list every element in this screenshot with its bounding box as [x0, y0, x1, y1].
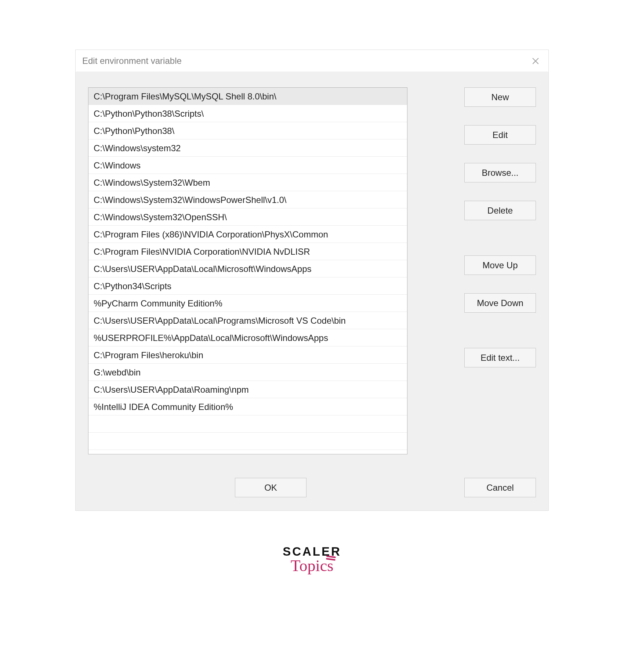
side-button-column: New Edit Browse... Delete Move Up Move D…	[420, 87, 536, 454]
dialog-client-area: C:\Program Files\MySQL\MySQL Shell 8.0\b…	[76, 72, 548, 511]
branding: SCALER Topics	[75, 545, 549, 575]
cancel-button[interactable]: Cancel	[464, 478, 536, 497]
brand-line2: Topics	[291, 556, 334, 575]
path-entry[interactable]: C:\Windows\system32	[88, 139, 407, 157]
path-entry[interactable]: C:\Python\Python38\Scripts\	[88, 105, 407, 122]
path-entry[interactable]: C:\Windows\System32\WindowsPowerShell\v1…	[88, 191, 407, 208]
new-button[interactable]: New	[464, 87, 536, 107]
ok-button[interactable]: OK	[235, 478, 306, 497]
browse-button[interactable]: Browse...	[464, 163, 536, 182]
path-entry[interactable]: C:\Program Files\MySQL\MySQL Shell 8.0\b…	[88, 88, 407, 105]
path-entry[interactable]: %PyCharm Community Edition%	[88, 295, 407, 312]
edit-text-button[interactable]: Edit text...	[464, 348, 536, 367]
close-icon[interactable]	[532, 57, 540, 65]
dialog-footer: OK Cancel	[88, 478, 536, 497]
titlebar: Edit environment variable	[76, 50, 548, 72]
path-entry[interactable]: %IntelliJ IDEA Community Edition%	[88, 398, 407, 415]
path-entry[interactable]: C:\Windows\System32\Wbem	[88, 174, 407, 191]
dialog-title: Edit environment variable	[82, 56, 182, 66]
path-entry[interactable]: C:\Python34\Scripts	[88, 277, 407, 295]
path-entry-empty[interactable]	[88, 415, 407, 433]
move-down-button[interactable]: Move Down	[464, 293, 536, 313]
path-entry[interactable]: C:\Python\Python38\	[88, 122, 407, 139]
path-listbox[interactable]: C:\Program Files\MySQL\MySQL Shell 8.0\b…	[88, 87, 407, 454]
path-entry[interactable]: C:\Windows	[88, 157, 407, 174]
path-entry[interactable]: C:\Windows\System32\OpenSSH\	[88, 208, 407, 226]
move-up-button[interactable]: Move Up	[464, 255, 536, 275]
delete-button[interactable]: Delete	[464, 201, 536, 220]
edit-env-var-dialog: Edit environment variable C:\Program Fil…	[75, 50, 549, 511]
path-entry-empty[interactable]	[88, 433, 407, 450]
path-entry[interactable]: C:\Users\USER\AppData\Local\Programs\Mic…	[88, 312, 407, 329]
path-entry[interactable]: C:\Users\USER\AppData\Roaming\npm	[88, 381, 407, 398]
edit-button[interactable]: Edit	[464, 125, 536, 145]
path-entry[interactable]: C:\Program Files\NVIDIA Corporation\NVID…	[88, 243, 407, 260]
path-entry[interactable]: C:\Program Files (x86)\NVIDIA Corporatio…	[88, 226, 407, 243]
path-entry[interactable]: G:\webd\bin	[88, 364, 407, 381]
path-entry[interactable]: %USERPROFILE%\AppData\Local\Microsoft\Wi…	[88, 329, 407, 346]
path-entry[interactable]: C:\Users\USER\AppData\Local\Microsoft\Wi…	[88, 260, 407, 277]
path-entry[interactable]: C:\Program Files\heroku\bin	[88, 346, 407, 364]
